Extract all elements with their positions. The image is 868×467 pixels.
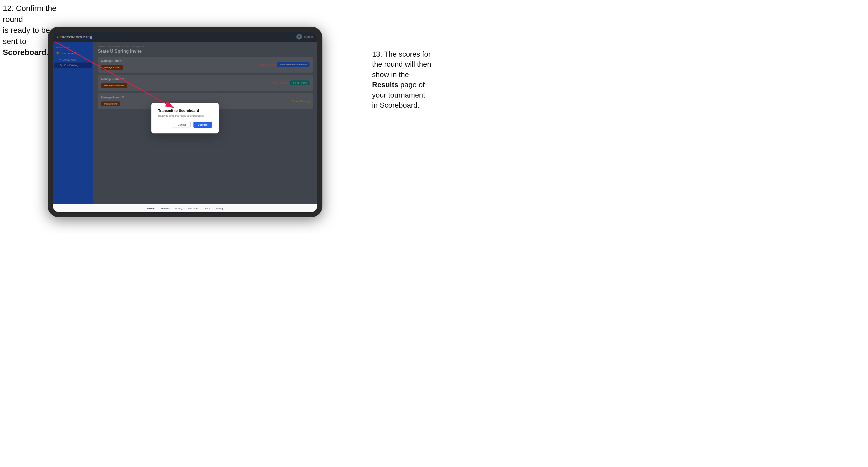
annotation-top: 12. Confirm the round is ready to be sen… (3, 3, 64, 58)
footer-terms[interactable]: Terms (204, 207, 210, 210)
annotation-line2: is ready to be sent to (3, 26, 50, 45)
cancel-button[interactable]: Cancel (173, 122, 190, 128)
footer-features[interactable]: Features (161, 207, 170, 210)
annotation-step: 12. (3, 4, 14, 12)
annotation-right: 13. The scores forthe round will thensho… (372, 49, 431, 110)
footer-pricing[interactable]: Pricing (176, 207, 182, 210)
tablet-screen: LeaderboardKing 👤 Sign In MAIN MENU 🏆 To… (53, 32, 317, 212)
footer-resources[interactable]: Resources (188, 207, 198, 210)
content-area: Home > Tournaments > State U Spring Invi… (93, 42, 317, 204)
modal-subtitle: Ready to send this round to Scoreboard? (158, 114, 212, 117)
annotation-bold: Scoreboard. (3, 48, 49, 57)
annotation-right-step: 13. The scores forthe round will thensho… (372, 50, 431, 109)
footer-product[interactable]: Product (147, 207, 155, 210)
modal-overlay: Transmit to Scoreboard Ready to send thi… (93, 42, 317, 204)
tablet-device: LeaderboardKing 👤 Sign In MAIN MENU 🏆 To… (48, 27, 322, 217)
transmit-modal: Transmit to Scoreboard Ready to send thi… (151, 103, 219, 133)
modal-actions: Cancel Confirm (158, 122, 212, 128)
main-layout: MAIN MENU 🏆 Tournaments + Create New ✏️ … (53, 42, 317, 204)
footer: Product Features Pricing Resources Terms… (53, 204, 317, 212)
footer-privacy[interactable]: Privacy (216, 207, 223, 210)
confirm-button[interactable]: Confirm (193, 122, 212, 128)
modal-title: Transmit to Scoreboard (158, 108, 212, 113)
